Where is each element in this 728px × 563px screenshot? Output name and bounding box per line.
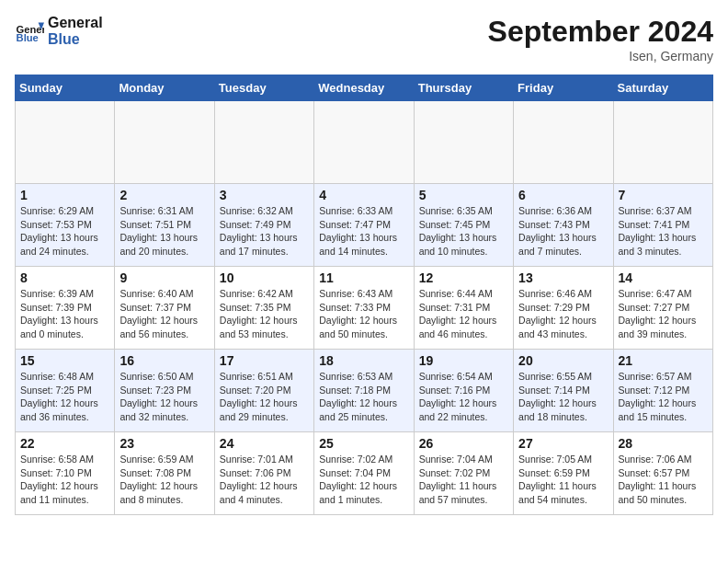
daylight-minutes: and 25 minutes. xyxy=(319,410,408,424)
day-info: Sunrise: 6:53 AMSunset: 7:18 PMDaylight:… xyxy=(319,370,408,424)
sunrise: Sunrise: 6:35 AM xyxy=(419,204,508,218)
sunrise: Sunrise: 7:02 AM xyxy=(319,453,408,466)
sunrise: Sunrise: 6:48 AM xyxy=(20,370,109,384)
sunset: Sunset: 6:57 PM xyxy=(619,466,708,480)
daylight-label: Daylight: 12 hours xyxy=(319,396,408,410)
daylight-minutes: and 53 minutes. xyxy=(220,327,309,341)
sunrise: Sunrise: 6:39 AM xyxy=(20,287,109,301)
calendar-cell: 19Sunrise: 6:54 AMSunset: 7:16 PMDayligh… xyxy=(414,350,513,432)
calendar-cell: 1Sunrise: 6:29 AMSunset: 7:53 PMDaylight… xyxy=(16,184,115,267)
sunrise: Sunrise: 7:01 AM xyxy=(220,453,309,466)
sunset: Sunset: 7:02 PM xyxy=(419,466,508,480)
day-number: 14 xyxy=(619,270,708,285)
daylight-minutes: and 8 minutes. xyxy=(119,493,209,507)
daylight-label: Daylight: 12 hours xyxy=(119,314,209,327)
day-info: Sunrise: 7:02 AMSunset: 7:04 PMDaylight:… xyxy=(319,453,408,507)
calendar-cell: 9Sunrise: 6:40 AMSunset: 7:37 PMDaylight… xyxy=(115,267,214,350)
page-header: General Blue General Blue September 2024… xyxy=(15,15,713,63)
sunrise: Sunrise: 6:59 AM xyxy=(119,453,209,466)
daylight-label: Daylight: 13 hours xyxy=(518,231,608,245)
day-info: Sunrise: 6:50 AMSunset: 7:23 PMDaylight:… xyxy=(119,370,209,424)
day-number: 11 xyxy=(319,270,408,285)
logo-blue: Blue xyxy=(48,31,103,48)
calendar-cell: 23Sunrise: 6:59 AMSunset: 7:08 PMDayligh… xyxy=(115,432,214,515)
sunrise: Sunrise: 6:36 AM xyxy=(518,204,608,218)
sunrise: Sunrise: 6:50 AM xyxy=(119,370,209,384)
day-number: 3 xyxy=(220,188,309,202)
day-info: Sunrise: 6:42 AMSunset: 7:35 PMDaylight:… xyxy=(220,287,309,341)
calendar-cell: 17Sunrise: 6:51 AMSunset: 7:20 PMDayligh… xyxy=(214,350,313,432)
daylight-minutes: and 22 minutes. xyxy=(419,410,508,424)
col-header-tuesday: Tuesday xyxy=(214,75,313,101)
svg-text:Blue: Blue xyxy=(17,32,39,43)
day-info: Sunrise: 6:59 AMSunset: 7:08 PMDaylight:… xyxy=(119,453,209,507)
daylight-minutes: and 46 minutes. xyxy=(419,327,508,341)
daylight-minutes: and 32 minutes. xyxy=(119,410,209,424)
col-header-monday: Monday xyxy=(115,75,214,101)
day-number: 26 xyxy=(419,436,508,451)
daylight-label: Daylight: 12 hours xyxy=(419,314,508,327)
day-info: Sunrise: 7:05 AMSunset: 6:59 PMDaylight:… xyxy=(518,453,608,507)
day-number: 9 xyxy=(119,270,209,285)
day-info: Sunrise: 6:36 AMSunset: 7:43 PMDaylight:… xyxy=(518,204,608,259)
daylight-minutes: and 39 minutes. xyxy=(619,327,708,341)
calendar-cell xyxy=(613,101,712,184)
daylight-minutes: and 36 minutes. xyxy=(20,410,109,424)
sunset: Sunset: 7:43 PM xyxy=(518,218,608,232)
sunset: Sunset: 7:25 PM xyxy=(20,384,109,397)
calendar-cell: 4Sunrise: 6:33 AMSunset: 7:47 PMDaylight… xyxy=(314,184,414,267)
daylight-label: Daylight: 12 hours xyxy=(20,396,109,410)
calendar-cell: 25Sunrise: 7:02 AMSunset: 7:04 PMDayligh… xyxy=(314,432,414,515)
daylight-minutes: and 43 minutes. xyxy=(518,327,608,341)
day-info: Sunrise: 6:57 AMSunset: 7:12 PMDaylight:… xyxy=(619,370,708,424)
sunrise: Sunrise: 6:51 AM xyxy=(220,370,309,384)
day-number: 7 xyxy=(619,188,708,202)
daylight-label: Daylight: 13 hours xyxy=(119,231,209,245)
daylight-label: Daylight: 11 hours xyxy=(518,479,608,493)
calendar-cell: 24Sunrise: 7:01 AMSunset: 7:06 PMDayligh… xyxy=(214,432,313,515)
sunrise: Sunrise: 6:43 AM xyxy=(319,287,408,301)
calendar-row-1 xyxy=(16,101,713,184)
day-number: 16 xyxy=(119,353,209,368)
col-header-thursday: Thursday xyxy=(414,75,513,101)
daylight-label: Daylight: 12 hours xyxy=(119,396,209,410)
daylight-label: Daylight: 12 hours xyxy=(619,396,708,410)
day-info: Sunrise: 6:29 AMSunset: 7:53 PMDaylight:… xyxy=(20,204,109,259)
sunset: Sunset: 7:35 PM xyxy=(220,301,309,315)
sunrise: Sunrise: 7:04 AM xyxy=(419,453,508,466)
daylight-label: Daylight: 12 hours xyxy=(119,479,209,493)
calendar-table: SundayMondayTuesdayWednesdayThursdayFrid… xyxy=(15,75,713,515)
sunset: Sunset: 7:12 PM xyxy=(619,384,708,397)
day-info: Sunrise: 6:58 AMSunset: 7:10 PMDaylight:… xyxy=(20,453,109,507)
sunrise: Sunrise: 6:31 AM xyxy=(119,204,209,218)
day-number: 24 xyxy=(220,436,309,451)
day-info: Sunrise: 6:44 AMSunset: 7:31 PMDaylight:… xyxy=(419,287,508,341)
sunset: Sunset: 7:33 PM xyxy=(319,301,408,315)
calendar-cell: 13Sunrise: 6:46 AMSunset: 7:29 PMDayligh… xyxy=(514,267,613,350)
day-number: 12 xyxy=(419,270,508,285)
sunset: Sunset: 7:41 PM xyxy=(619,218,708,232)
daylight-label: Daylight: 12 hours xyxy=(419,396,508,410)
day-number: 25 xyxy=(319,436,408,451)
daylight-label: Daylight: 12 hours xyxy=(518,314,608,327)
calendar-row-5: 22Sunrise: 6:58 AMSunset: 7:10 PMDayligh… xyxy=(16,432,713,515)
daylight-minutes: and 18 minutes. xyxy=(518,410,608,424)
daylight-minutes: and 17 minutes. xyxy=(220,245,309,259)
calendar-cell xyxy=(214,101,313,184)
daylight-label: Daylight: 12 hours xyxy=(518,396,608,410)
day-info: Sunrise: 6:46 AMSunset: 7:29 PMDaylight:… xyxy=(518,287,608,341)
sunset: Sunset: 7:45 PM xyxy=(419,218,508,232)
sunset: Sunset: 7:23 PM xyxy=(119,384,209,397)
daylight-minutes: and 15 minutes. xyxy=(619,410,708,424)
daylight-label: Daylight: 13 hours xyxy=(20,314,109,327)
sunrise: Sunrise: 6:29 AM xyxy=(20,204,109,218)
sunset: Sunset: 7:37 PM xyxy=(119,301,209,315)
daylight-minutes: and 14 minutes. xyxy=(319,245,408,259)
logo: General Blue General Blue xyxy=(15,15,103,47)
calendar-row-2: 1Sunrise: 6:29 AMSunset: 7:53 PMDaylight… xyxy=(16,184,713,267)
daylight-label: Daylight: 12 hours xyxy=(220,396,309,410)
day-number: 23 xyxy=(119,436,209,451)
daylight-minutes: and 11 minutes. xyxy=(20,493,109,507)
calendar-cell: 28Sunrise: 7:06 AMSunset: 6:57 PMDayligh… xyxy=(613,432,712,515)
sunset: Sunset: 6:59 PM xyxy=(518,466,608,480)
